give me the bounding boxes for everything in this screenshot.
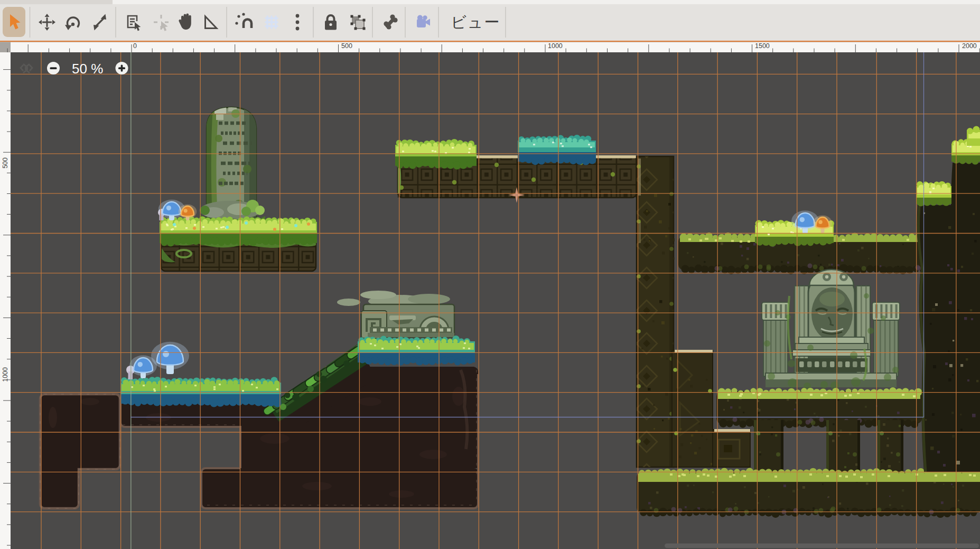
svg-text:2000: 2000 [962, 42, 977, 50]
svg-text:1000: 1000 [2, 367, 9, 382]
svg-text:0: 0 [133, 42, 137, 50]
svg-text:500: 500 [341, 42, 352, 50]
svg-text:1500: 1500 [755, 42, 770, 50]
svg-text:50 %: 50 % [72, 61, 103, 77]
svg-text:500: 500 [2, 157, 9, 169]
svg-text:1000: 1000 [548, 42, 563, 50]
svg-text:ビュー: ビュー [451, 14, 500, 31]
